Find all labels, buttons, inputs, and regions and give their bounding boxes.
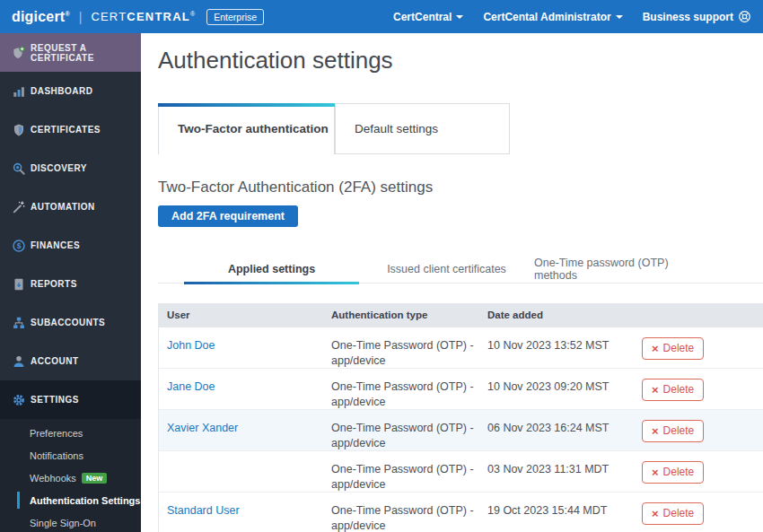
sidebar-item-automation[interactable]: AUTOMATION <box>0 188 141 226</box>
brand-logo: digicert® | CERTCENTRAL® Enterprise <box>12 9 264 25</box>
submenu-item-webhooks[interactable]: Webhooks New <box>0 467 141 489</box>
tab-two-factor-authentication[interactable]: Two-Factor authentication <box>158 103 335 154</box>
delete-button[interactable]: × Delete <box>642 461 704 484</box>
sub-tabs: Applied settings Issued client certifica… <box>158 255 763 283</box>
finances-dollar-icon: $ <box>12 239 26 253</box>
table-row: Jane Doe One-Time Password (OTP) -app/de… <box>159 369 763 410</box>
sidebar-item-settings[interactable]: SETTINGS <box>0 380 141 419</box>
user-link[interactable]: Jane Doe <box>167 380 215 393</box>
table-header-row: User Authentication type Date added <box>159 303 763 327</box>
sidebar-item-label: AUTOMATION <box>31 202 95 212</box>
sidebar-item-label: REPORTS <box>31 279 77 289</box>
sidebar-item-label: FINANCES <box>31 240 80 250</box>
auth-type-cell: One-Time Password (OTP) -app/device <box>331 327 487 369</box>
sidebar-item-certificates[interactable]: CERTIFICATES <box>0 110 141 149</box>
table-row: Standard User One-Time Password (OTP) -a… <box>159 493 763 532</box>
sidebar-item-label: SUBACCOUNTS <box>31 318 105 327</box>
column-header-date-added: Date added <box>487 308 642 323</box>
sidebar-item-account[interactable]: ACCOUNT <box>0 342 141 380</box>
sidebar-item-label: ACCOUNT <box>31 356 79 366</box>
subaccounts-hierarchy-icon <box>12 316 26 330</box>
top-header-bar: digicert® | CERTCENTRAL® Enterprise Cert… <box>0 0 763 33</box>
date-added-cell: 06 Nov 2023 16:24 MST <box>487 410 642 451</box>
sidebar-item-label: REQUEST A CERTIFICATE <box>31 43 141 63</box>
delete-button[interactable]: × Delete <box>642 379 704 401</box>
sidebar-item-request-certificate[interactable]: REQUEST A CERTIFICATE <box>0 33 141 72</box>
user-link[interactable]: Standard User <box>167 504 240 517</box>
registered-mark: ® <box>190 11 196 17</box>
add-2fa-requirement-button[interactable]: Add 2FA requirement <box>158 205 298 227</box>
delete-button[interactable]: × Delete <box>642 502 704 525</box>
date-added-cell: 10 Nov 2023 13:52 MST <box>487 327 642 369</box>
table-row: John Doe One-Time Password (OTP) -app/de… <box>159 327 763 369</box>
subtab-spacer <box>158 255 184 283</box>
user-link[interactable]: John Doe <box>167 339 215 352</box>
submenu-item-single-sign-on[interactable]: Single Sign-On <box>0 511 141 532</box>
date-added-cell: 10 Nov 2023 09:20 MST <box>487 369 642 410</box>
registered-mark: ® <box>65 10 69 16</box>
account-user-icon <box>12 354 26 369</box>
table-row: One-Time Password (OTP) -app/device 03 N… <box>159 451 763 493</box>
digicert-logo: digicert® <box>12 9 70 25</box>
main-tabs: Two-Factor authentication Default settin… <box>158 103 510 154</box>
column-header-authentication-type: Authentication type <box>331 308 487 323</box>
enterprise-badge: Enterprise <box>206 9 264 25</box>
delete-x-icon: × <box>652 467 659 478</box>
sidebar-item-label: DASHBOARD <box>31 86 93 96</box>
settings-submenu: Preferences Notifications Webhooks New A… <box>0 419 141 532</box>
submenu-item-authentication-settings[interactable]: Authentication Settings <box>0 489 141 511</box>
logo-divider: | <box>79 10 83 24</box>
sidebar-item-reports[interactable]: REPORTS <box>0 265 141 303</box>
applied-settings-table: User Authentication type Date added John… <box>158 303 763 532</box>
chevron-down-icon <box>456 15 463 19</box>
sidebar-item-discovery[interactable]: DISCOVERY <box>0 149 141 188</box>
column-header-user: User <box>159 308 331 323</box>
user-link[interactable]: Xavier Xander <box>167 422 238 434</box>
shield-plus-icon <box>12 46 26 60</box>
auth-type-cell: One-Time Password (OTP) -app/device <box>331 410 487 451</box>
new-badge: New <box>82 473 108 484</box>
tab-default-settings[interactable]: Default settings <box>335 103 510 154</box>
automation-wand-icon <box>12 200 26 214</box>
settings-gear-icon <box>12 393 26 407</box>
table-row: Xavier Xander One-Time Password (OTP) -a… <box>159 410 763 451</box>
sidebar-item-dashboard[interactable]: DASHBOARD <box>0 72 141 110</box>
delete-x-icon: × <box>652 384 659 396</box>
top-navigation: CertCentral CertCental Administrator Bus… <box>393 10 751 23</box>
page-title: Authentication settings <box>158 47 393 74</box>
auth-type-cell: One-Time Password (OTP) -app/device <box>331 369 487 410</box>
submenu-item-preferences[interactable]: Preferences <box>0 422 141 444</box>
date-added-cell: 03 Nov 2023 11:31 MDT <box>487 451 642 493</box>
section-heading: Two-Factor Authentication (2FA) settings <box>158 179 433 196</box>
date-added-cell: 19 Oct 2023 15:44 MDT <box>487 493 642 532</box>
delete-button[interactable]: × Delete <box>642 337 704 360</box>
auth-type-cell: One-Time Password (OTP) -app/device <box>331 451 487 493</box>
reports-document-icon <box>12 277 26 292</box>
svg-text:$: $ <box>17 241 22 250</box>
certcentral-logo: CERTCENTRAL® <box>91 10 196 23</box>
subtab-otp-methods[interactable]: One-Time password (OTP) methods <box>534 255 709 283</box>
delete-button[interactable]: × Delete <box>642 420 704 442</box>
subtab-applied-settings[interactable]: Applied settings <box>184 255 359 283</box>
discovery-search-icon <box>12 161 26 176</box>
sidebar-item-label: SETTINGS <box>31 395 79 405</box>
administrator-menu[interactable]: CertCental Administrator <box>483 11 622 23</box>
support-lifebuoy-icon <box>738 10 751 23</box>
delete-x-icon: × <box>652 425 659 437</box>
dashboard-bars-icon <box>12 84 26 99</box>
subtab-issued-client-certificates[interactable]: Issued client certificates <box>359 255 534 283</box>
sidebar-item-finances[interactable]: $ FINANCES <box>0 226 141 265</box>
sidebar-item-subaccounts[interactable]: SUBACCOUNTS <box>0 303 141 342</box>
delete-x-icon: × <box>652 508 659 519</box>
sidebar-item-label: CERTIFICATES <box>31 125 101 135</box>
certificates-shield-icon <box>12 123 26 137</box>
sidebar-navigation: REQUEST A CERTIFICATE DASHBOARD CERTIFIC… <box>0 33 141 532</box>
submenu-item-notifications[interactable]: Notifications <box>0 444 141 467</box>
sidebar-item-label: DISCOVERY <box>31 163 87 173</box>
certcentral-menu[interactable]: CertCentral <box>393 11 463 23</box>
auth-type-cell: One-Time Password (OTP) -app/device <box>331 493 487 532</box>
delete-x-icon: × <box>652 343 659 354</box>
chevron-down-icon <box>616 15 623 19</box>
business-support-link[interactable]: Business support <box>643 10 751 23</box>
